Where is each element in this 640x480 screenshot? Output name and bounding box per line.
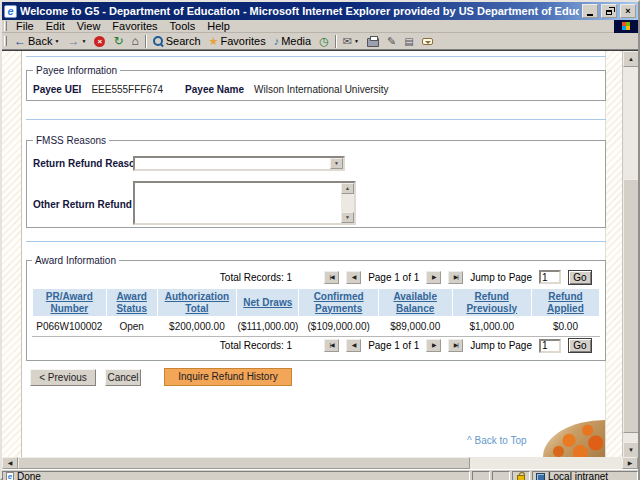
favorites-icon: ★ xyxy=(209,36,219,47)
close-button[interactable]: × xyxy=(620,4,636,18)
security-zone-label: Local intranet xyxy=(548,471,608,480)
header-net-draws[interactable]: Net Draws xyxy=(237,289,299,317)
page-content: Payee Information Payee UEI EEE555FFF674… xyxy=(26,51,606,386)
go-button[interactable]: Go xyxy=(568,338,592,353)
home-icon: ⌂ xyxy=(131,36,138,47)
search-button[interactable]: Search xyxy=(149,34,205,49)
status-message-pane: e Done xyxy=(2,471,470,480)
cell-refund-applied: $0.00 xyxy=(531,317,599,336)
cell-authorization-total: $200,000.00 xyxy=(157,317,236,336)
header-refund-applied[interactable]: Refund Applied xyxy=(531,289,599,317)
prev-page-button[interactable]: ◀ xyxy=(346,339,361,352)
back-to-top-link[interactable]: ^ Back to Top xyxy=(467,435,527,446)
scroll-up-icon[interactable]: ▲ xyxy=(623,51,638,67)
search-label: Search xyxy=(166,35,201,47)
cell-refund-previously: $1,000.00 xyxy=(452,317,531,336)
favorites-label: Favorites xyxy=(220,35,265,47)
edit-button[interactable]: ✎ xyxy=(383,34,400,49)
header-pr-award-number[interactable]: PR/Award Number xyxy=(33,289,107,317)
ie-throbber xyxy=(614,20,638,33)
menu-view[interactable]: View xyxy=(71,20,107,33)
scroll-right-icon[interactable]: ▶ xyxy=(622,457,638,469)
media-button[interactable]: ♪ Media xyxy=(270,34,315,49)
menu-favorites[interactable]: Favorites xyxy=(106,20,163,33)
restore-button[interactable] xyxy=(601,4,617,18)
payee-name-value: Wilson International University xyxy=(254,84,389,95)
pagination-bottom: Total Records: 1 |◀ ◀ Page 1 of 1 ▶ ▶| J… xyxy=(32,336,600,354)
menu-file[interactable]: File xyxy=(10,20,40,33)
return-refund-reason-select[interactable]: ▼ xyxy=(133,156,345,171)
forward-dropdown-icon[interactable]: ▼ xyxy=(81,38,86,44)
cell-confirmed-payments: ($109,000.00) xyxy=(299,317,378,336)
status-empty-pane xyxy=(472,471,490,480)
intranet-zone-icon xyxy=(536,473,545,480)
back-button[interactable]: ← Back ▼ xyxy=(10,34,63,49)
scroll-up-icon[interactable]: ▲ xyxy=(341,183,354,194)
scroll-down-icon[interactable]: ▼ xyxy=(341,212,354,223)
header-authorization-total[interactable]: Authorization Total xyxy=(157,289,236,317)
header-award-status[interactable]: Award Status xyxy=(106,289,157,317)
messenger-button[interactable]: ▤ xyxy=(400,34,417,49)
forward-icon: → xyxy=(67,35,79,47)
cell-net-draws: ($111,000.00) xyxy=(237,317,299,336)
scroll-down-icon[interactable]: ▼ xyxy=(623,442,638,457)
first-page-button[interactable]: |◀ xyxy=(324,339,339,352)
refresh-button[interactable]: ↻ xyxy=(109,34,127,49)
status-empty-pane xyxy=(492,471,510,480)
horizontal-scrollbar[interactable]: ◀ ▶ xyxy=(2,457,638,469)
menu-tools[interactable]: Tools xyxy=(164,20,202,33)
minimize-icon xyxy=(587,14,593,16)
next-page-button[interactable]: ▶ xyxy=(426,271,441,284)
last-page-button[interactable]: ▶| xyxy=(448,339,463,352)
header-available-balance[interactable]: Available Balance xyxy=(378,289,452,317)
horizontal-scrollbar-thumb[interactable] xyxy=(18,457,470,469)
return-refund-reason-row: Return Refund Reason ▼ xyxy=(33,156,599,171)
header-confirmed-payments[interactable]: Confirmed Payments xyxy=(299,289,378,317)
vertical-scrollbar-thumb[interactable] xyxy=(623,179,638,433)
next-page-button[interactable]: ▶ xyxy=(426,339,441,352)
header-refund-previously[interactable]: Refund Previously xyxy=(452,289,531,317)
payee-name-label: Payee Name xyxy=(185,84,244,95)
stop-button[interactable]: × xyxy=(90,34,109,49)
scroll-left-icon[interactable]: ◀ xyxy=(2,457,18,469)
previous-button[interactable]: < Previous xyxy=(30,369,96,386)
jump-to-page-input[interactable] xyxy=(539,339,561,353)
payee-uei-label: Payee UEI xyxy=(33,84,81,95)
minimize-button[interactable] xyxy=(582,4,598,18)
cell-available-balance: $89,000.00 xyxy=(378,317,452,336)
cell-award-status: Open xyxy=(106,317,157,336)
history-button[interactable]: ◷ xyxy=(315,34,333,49)
discuss-button[interactable] xyxy=(418,34,437,49)
prev-page-button[interactable]: ◀ xyxy=(346,271,361,284)
other-return-refund-reason-textarea[interactable]: ▲ ▼ xyxy=(133,181,356,225)
vertical-scrollbar[interactable]: ▲ ▼ xyxy=(622,51,638,457)
cancel-button[interactable]: Cancel xyxy=(105,369,141,386)
jump-to-page-input[interactable] xyxy=(539,270,561,284)
favorites-button[interactable]: ★ Favorites xyxy=(205,34,270,49)
menu-help[interactable]: Help xyxy=(201,20,236,33)
lock-icon xyxy=(517,475,525,480)
document-icon: e xyxy=(6,472,14,480)
mail-button[interactable]: ✉ ▼ xyxy=(339,34,363,49)
last-page-button[interactable]: ▶| xyxy=(448,271,463,284)
security-zone-pane: Local intranet xyxy=(532,471,638,480)
window-title: Welcome to G5 - Department of Education … xyxy=(20,5,579,17)
pagination-top: Total Records: 1 |◀ ◀ Page 1 of 1 ▶ ▶| J… xyxy=(32,266,600,288)
inquire-refund-history-button[interactable]: Inquire Refund History xyxy=(164,368,292,386)
forward-button[interactable]: → ▼ xyxy=(63,34,90,49)
select-dropdown-icon[interactable]: ▼ xyxy=(330,158,343,169)
menu-bar: File Edit View Favorites Tools Help xyxy=(2,20,638,33)
textarea-scrollbar[interactable]: ▲ ▼ xyxy=(341,183,354,223)
home-button[interactable]: ⌂ xyxy=(127,34,142,49)
mail-dropdown-icon[interactable]: ▼ xyxy=(354,38,359,44)
back-dropdown-icon[interactable]: ▼ xyxy=(54,38,59,44)
menu-grip xyxy=(4,21,7,31)
print-button[interactable] xyxy=(363,34,383,49)
payee-information-legend: Payee Information xyxy=(33,65,120,76)
go-button[interactable]: Go xyxy=(568,270,592,285)
fmss-reasons-legend: FMSS Reasons xyxy=(33,135,109,146)
history-icon: ◷ xyxy=(319,36,329,47)
print-icon xyxy=(367,38,379,47)
menu-edit[interactable]: Edit xyxy=(40,20,71,33)
first-page-button[interactable]: |◀ xyxy=(324,271,339,284)
